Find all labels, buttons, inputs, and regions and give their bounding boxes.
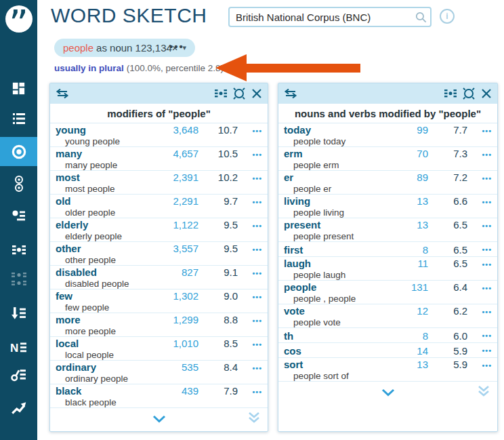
collocate-word[interactable]: more <box>56 314 151 325</box>
collocate-word[interactable]: few <box>56 290 151 302</box>
collocate-frequency[interactable]: 1,010 <box>151 338 198 349</box>
row-menu-button[interactable]: ••• <box>238 198 262 206</box>
row-menu-button[interactable]: ••• <box>238 388 262 396</box>
focus-circle-icon[interactable] <box>233 87 245 100</box>
swap-arrows-icon[interactable] <box>284 88 297 99</box>
row-menu-button[interactable]: ••• <box>238 317 262 325</box>
collocate-frequency[interactable]: 14 <box>381 345 428 357</box>
word-sketch-grid-icon[interactable] <box>444 87 457 100</box>
close-icon[interactable] <box>251 88 262 99</box>
search-icon[interactable] <box>411 11 430 24</box>
collocate-word[interactable]: laugh <box>284 258 381 269</box>
sidebar-item-trends[interactable] <box>0 395 37 422</box>
row-menu-button[interactable]: ••• <box>238 245 262 254</box>
query-menu-button[interactable]: ••• <box>169 41 184 52</box>
collocate-word[interactable]: sort <box>284 359 381 370</box>
collocate-frequency[interactable]: 89 <box>381 172 428 183</box>
collocate-frequency[interactable]: 131 <box>381 281 428 293</box>
sidebar-item-keywords[interactable] <box>0 361 37 388</box>
info-icon[interactable]: i <box>440 9 455 24</box>
collocate-word[interactable]: present <box>284 219 381 231</box>
collocate-word[interactable]: today <box>284 124 381 136</box>
collocate-word[interactable]: most <box>56 172 151 183</box>
collocate-frequency[interactable]: 12 <box>381 305 428 317</box>
double-chevron-down-icon[interactable] <box>247 412 261 426</box>
sidebar-item-frequency-list[interactable] <box>0 300 37 327</box>
row-menu-button[interactable]: ••• <box>467 174 492 182</box>
collocate-frequency[interactable]: 1,299 <box>151 314 198 325</box>
collocate-frequency[interactable]: 4,657 <box>151 148 198 159</box>
row-menu-button[interactable]: ••• <box>238 151 262 159</box>
chevron-down-icon[interactable] <box>381 387 396 399</box>
collocate-frequency[interactable]: 13 <box>381 195 428 207</box>
usually-in-plural-link[interactable]: usually in plural <box>54 63 124 73</box>
row-menu-button[interactable]: ••• <box>467 284 492 292</box>
row-menu-button[interactable]: ••• <box>467 127 492 135</box>
collocate-word[interactable]: old <box>56 195 151 207</box>
collocate-frequency[interactable]: 13 <box>381 219 428 231</box>
collocate-frequency[interactable]: 2,291 <box>151 195 198 207</box>
collocate-word[interactable]: th <box>284 330 381 342</box>
row-menu-button[interactable]: ••• <box>467 260 492 268</box>
sidebar-item-dashboard[interactable] <box>0 75 37 102</box>
collocate-word[interactable]: disabled <box>56 266 151 278</box>
sidebar-item-word-sketch-difference[interactable] <box>0 266 37 294</box>
collocate-word[interactable]: many <box>56 148 151 159</box>
collocate-frequency[interactable]: 8 <box>381 330 428 342</box>
corpus-selector[interactable] <box>228 7 432 27</box>
row-menu-button[interactable]: ••• <box>467 308 492 316</box>
row-menu-button[interactable]: ••• <box>467 151 492 159</box>
collocate-word[interactable]: ordinary <box>56 361 151 373</box>
collocate-word[interactable]: cos <box>284 345 381 357</box>
row-menu-button[interactable]: ••• <box>238 293 262 301</box>
collocate-frequency[interactable]: 1,302 <box>151 290 198 302</box>
row-menu-button[interactable]: ••• <box>238 174 262 182</box>
swap-arrows-icon[interactable] <box>56 88 69 99</box>
collocate-frequency[interactable]: 99 <box>381 124 428 136</box>
collocate-word[interactable]: other <box>56 243 151 254</box>
collocate-frequency[interactable]: 1,122 <box>151 219 198 231</box>
collocate-frequency[interactable]: 3,557 <box>151 243 198 254</box>
collocate-word[interactable]: people <box>284 281 381 293</box>
sketch-engine-logo[interactable]: ” <box>0 0 37 37</box>
row-menu-button[interactable]: ••• <box>238 222 262 230</box>
collocate-frequency[interactable]: 13 <box>381 359 428 370</box>
row-menu-button[interactable]: ••• <box>238 340 262 348</box>
collocate-frequency[interactable]: 2,391 <box>151 172 198 183</box>
sidebar-item-concordance[interactable] <box>0 203 37 230</box>
row-menu-button[interactable]: ••• <box>467 332 492 340</box>
row-menu-button[interactable]: ••• <box>238 364 262 372</box>
sidebar-item-word-sketch[interactable] <box>0 137 37 166</box>
close-icon[interactable] <box>481 88 492 99</box>
focus-circle-icon[interactable] <box>463 87 475 100</box>
word-sketch-grid-icon[interactable] <box>215 87 227 100</box>
row-menu-button[interactable]: ••• <box>467 222 492 230</box>
collocate-word[interactable]: elderly <box>56 219 151 231</box>
sidebar-item-thesaurus[interactable] <box>0 170 37 197</box>
collocate-frequency[interactable]: 70 <box>381 148 428 159</box>
collocate-frequency[interactable]: 535 <box>151 361 198 373</box>
collocate-word[interactable]: vote <box>284 305 381 317</box>
collocate-word[interactable]: er <box>284 172 381 183</box>
collocate-frequency[interactable]: 439 <box>151 385 198 397</box>
row-menu-button[interactable]: ••• <box>467 245 492 254</box>
corpus-input[interactable] <box>230 12 411 23</box>
row-menu-button[interactable]: ••• <box>238 127 262 135</box>
collocate-frequency[interactable]: 3,648 <box>151 124 198 136</box>
row-menu-button[interactable]: ••• <box>238 269 262 277</box>
collocate-word[interactable]: local <box>56 338 151 349</box>
row-menu-button[interactable]: ••• <box>467 198 492 206</box>
sidebar-item-n-grams[interactable]: N <box>0 334 37 361</box>
sidebar-item-word-list[interactable] <box>0 105 37 132</box>
collocate-word[interactable]: first <box>284 244 381 256</box>
sidebar-item-word-sketch-grid[interactable] <box>0 237 37 264</box>
double-chevron-down-icon[interactable] <box>477 385 490 400</box>
row-menu-button[interactable]: ••• <box>467 346 492 355</box>
chevron-down-icon[interactable] <box>152 414 167 426</box>
collocate-word[interactable]: black <box>56 385 151 397</box>
collocate-word[interactable]: erm <box>284 148 381 159</box>
collocate-word[interactable]: young <box>56 124 151 136</box>
row-menu-button[interactable]: ••• <box>467 361 492 369</box>
collocate-word[interactable]: living <box>284 195 381 207</box>
collocate-frequency[interactable]: 827 <box>151 266 198 278</box>
